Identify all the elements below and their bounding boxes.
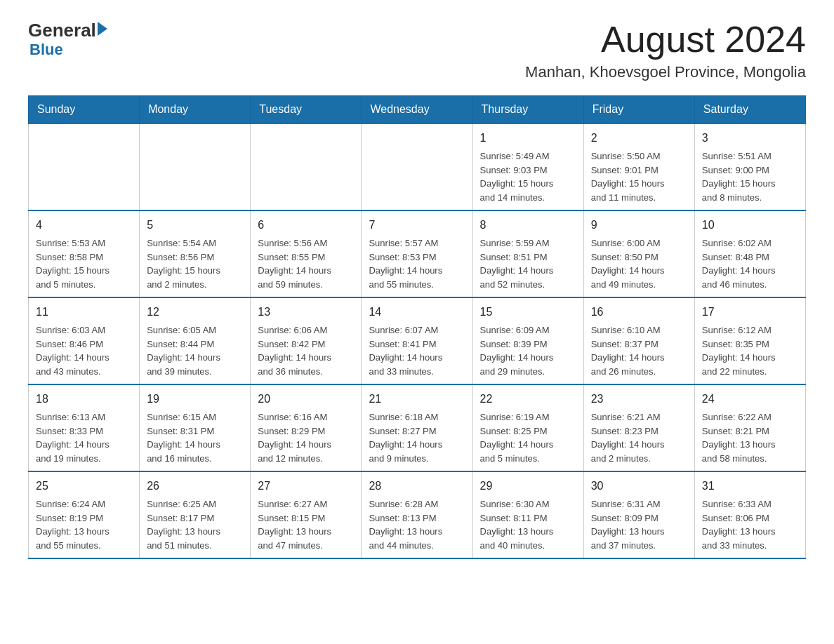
- day-info: Sunrise: 6:02 AMSunset: 8:48 PMDaylight:…: [702, 238, 776, 290]
- table-row: 26Sunrise: 6:25 AMSunset: 8:17 PMDayligh…: [140, 471, 251, 558]
- table-row: [29, 123, 140, 210]
- day-number: 8: [480, 217, 576, 234]
- day-info: Sunrise: 6:15 AMSunset: 8:31 PMDaylight:…: [147, 412, 220, 464]
- table-row: 7Sunrise: 5:57 AMSunset: 8:53 PMDaylight…: [362, 210, 472, 297]
- day-info: Sunrise: 6:30 AMSunset: 8:11 PMDaylight:…: [480, 499, 554, 551]
- day-number: 19: [147, 391, 243, 408]
- day-info: Sunrise: 6:05 AMSunset: 8:44 PMDaylight:…: [147, 325, 220, 377]
- logo-general: General: [28, 21, 96, 39]
- day-info: Sunrise: 6:10 AMSunset: 8:37 PMDaylight:…: [591, 325, 665, 377]
- day-number: 12: [147, 304, 243, 321]
- table-row: 12Sunrise: 6:05 AMSunset: 8:44 PMDayligh…: [140, 297, 251, 384]
- day-number: 9: [591, 217, 687, 234]
- table-row: 6Sunrise: 5:56 AMSunset: 8:55 PMDaylight…: [251, 210, 362, 297]
- header-thursday: Thursday: [472, 96, 583, 124]
- day-number: 21: [369, 391, 465, 408]
- calendar-week-row: 25Sunrise: 6:24 AMSunset: 8:19 PMDayligh…: [29, 471, 806, 558]
- table-row: 16Sunrise: 6:10 AMSunset: 8:37 PMDayligh…: [583, 297, 694, 384]
- logo-blue: Blue: [29, 41, 63, 59]
- day-number: 31: [702, 478, 798, 495]
- day-number: 25: [36, 478, 132, 495]
- day-number: 6: [258, 217, 354, 234]
- table-row: 8Sunrise: 5:59 AMSunset: 8:51 PMDaylight…: [472, 210, 583, 297]
- month-title: August 2024: [525, 21, 806, 58]
- day-number: 24: [702, 391, 798, 408]
- table-row: 9Sunrise: 6:00 AMSunset: 8:50 PMDaylight…: [583, 210, 694, 297]
- day-info: Sunrise: 6:19 AMSunset: 8:25 PMDaylight:…: [480, 412, 554, 464]
- day-number: 30: [591, 478, 687, 495]
- calendar-week-row: 18Sunrise: 6:13 AMSunset: 8:33 PMDayligh…: [29, 384, 806, 471]
- day-info: Sunrise: 6:31 AMSunset: 8:09 PMDaylight:…: [591, 499, 665, 551]
- day-number: 10: [702, 217, 798, 234]
- day-info: Sunrise: 6:06 AMSunset: 8:42 PMDaylight:…: [258, 325, 331, 377]
- table-row: [140, 123, 251, 210]
- day-info: Sunrise: 6:00 AMSunset: 8:50 PMDaylight:…: [591, 238, 665, 290]
- day-info: Sunrise: 6:09 AMSunset: 8:39 PMDaylight:…: [480, 325, 554, 377]
- day-info: Sunrise: 6:16 AMSunset: 8:29 PMDaylight:…: [258, 412, 331, 464]
- day-number: 5: [147, 217, 243, 234]
- day-number: 2: [591, 130, 687, 147]
- day-info: Sunrise: 5:50 AMSunset: 9:01 PMDaylight:…: [591, 151, 665, 203]
- calendar-week-row: 1Sunrise: 5:49 AMSunset: 9:03 PMDaylight…: [29, 123, 806, 210]
- day-number: 13: [258, 304, 354, 321]
- table-row: 15Sunrise: 6:09 AMSunset: 8:39 PMDayligh…: [472, 297, 583, 384]
- table-row: 4Sunrise: 5:53 AMSunset: 8:58 PMDaylight…: [29, 210, 140, 297]
- day-number: 29: [480, 478, 576, 495]
- weekday-header-row: Sunday Monday Tuesday Wednesday Thursday…: [29, 96, 806, 124]
- day-info: Sunrise: 6:03 AMSunset: 8:46 PMDaylight:…: [36, 325, 110, 377]
- calendar-week-row: 11Sunrise: 6:03 AMSunset: 8:46 PMDayligh…: [29, 297, 806, 384]
- table-row: 5Sunrise: 5:54 AMSunset: 8:56 PMDaylight…: [140, 210, 251, 297]
- day-info: Sunrise: 5:53 AMSunset: 8:58 PMDaylight:…: [36, 238, 110, 290]
- day-number: 18: [36, 391, 132, 408]
- day-number: 23: [591, 391, 687, 408]
- table-row: 22Sunrise: 6:19 AMSunset: 8:25 PMDayligh…: [472, 384, 583, 471]
- day-number: 20: [258, 391, 354, 408]
- day-number: 7: [369, 217, 465, 234]
- table-row: 18Sunrise: 6:13 AMSunset: 8:33 PMDayligh…: [29, 384, 140, 471]
- day-number: 15: [480, 304, 576, 321]
- day-number: 28: [369, 478, 465, 495]
- calendar-table: Sunday Monday Tuesday Wednesday Thursday…: [28, 95, 806, 559]
- day-info: Sunrise: 6:12 AMSunset: 8:35 PMDaylight:…: [702, 325, 776, 377]
- logo-arrow-icon: [98, 22, 107, 36]
- location-title: Manhan, Khoevsgoel Province, Mongolia: [525, 63, 806, 81]
- day-info: Sunrise: 6:21 AMSunset: 8:23 PMDaylight:…: [591, 412, 665, 464]
- day-info: Sunrise: 6:24 AMSunset: 8:19 PMDaylight:…: [36, 499, 110, 551]
- day-info: Sunrise: 6:07 AMSunset: 8:41 PMDaylight:…: [369, 325, 442, 377]
- table-row: 1Sunrise: 5:49 AMSunset: 9:03 PMDaylight…: [472, 123, 583, 210]
- header-monday: Monday: [140, 96, 251, 124]
- table-row: 13Sunrise: 6:06 AMSunset: 8:42 PMDayligh…: [251, 297, 362, 384]
- header-sunday: Sunday: [29, 96, 140, 124]
- table-row: 10Sunrise: 6:02 AMSunset: 8:48 PMDayligh…: [694, 210, 805, 297]
- table-row: 25Sunrise: 6:24 AMSunset: 8:19 PMDayligh…: [29, 471, 140, 558]
- day-info: Sunrise: 5:59 AMSunset: 8:51 PMDaylight:…: [480, 238, 554, 290]
- day-number: 3: [702, 130, 798, 147]
- day-info: Sunrise: 6:18 AMSunset: 8:27 PMDaylight:…: [369, 412, 442, 464]
- day-info: Sunrise: 6:27 AMSunset: 8:15 PMDaylight:…: [258, 499, 331, 551]
- day-number: 26: [147, 478, 243, 495]
- day-number: 22: [480, 391, 576, 408]
- table-row: 28Sunrise: 6:28 AMSunset: 8:13 PMDayligh…: [362, 471, 472, 558]
- day-info: Sunrise: 5:56 AMSunset: 8:55 PMDaylight:…: [258, 238, 331, 290]
- table-row: [251, 123, 362, 210]
- day-number: 14: [369, 304, 465, 321]
- day-info: Sunrise: 6:22 AMSunset: 8:21 PMDaylight:…: [702, 412, 776, 464]
- table-row: 27Sunrise: 6:27 AMSunset: 8:15 PMDayligh…: [251, 471, 362, 558]
- day-info: Sunrise: 5:54 AMSunset: 8:56 PMDaylight:…: [147, 238, 220, 290]
- table-row: 14Sunrise: 6:07 AMSunset: 8:41 PMDayligh…: [362, 297, 472, 384]
- day-number: 4: [36, 217, 132, 234]
- table-row: 11Sunrise: 6:03 AMSunset: 8:46 PMDayligh…: [29, 297, 140, 384]
- calendar-week-row: 4Sunrise: 5:53 AMSunset: 8:58 PMDaylight…: [29, 210, 806, 297]
- header-friday: Friday: [583, 96, 694, 124]
- day-number: 27: [258, 478, 354, 495]
- table-row: 31Sunrise: 6:33 AMSunset: 8:06 PMDayligh…: [694, 471, 805, 558]
- header-wednesday: Wednesday: [362, 96, 472, 124]
- page-header: General Blue August 2024 Manhan, Khoevsg…: [28, 21, 806, 81]
- logo: General Blue: [28, 21, 107, 59]
- day-number: 11: [36, 304, 132, 321]
- table-row: 19Sunrise: 6:15 AMSunset: 8:31 PMDayligh…: [140, 384, 251, 471]
- table-row: 29Sunrise: 6:30 AMSunset: 8:11 PMDayligh…: [472, 471, 583, 558]
- day-info: Sunrise: 6:25 AMSunset: 8:17 PMDaylight:…: [147, 499, 220, 551]
- table-row: 21Sunrise: 6:18 AMSunset: 8:27 PMDayligh…: [362, 384, 472, 471]
- table-row: 3Sunrise: 5:51 AMSunset: 9:00 PMDaylight…: [694, 123, 805, 210]
